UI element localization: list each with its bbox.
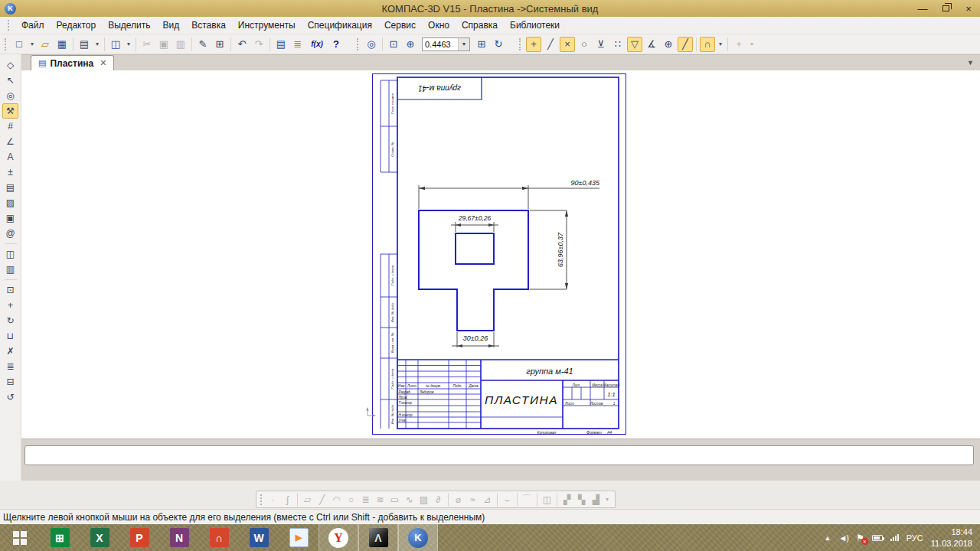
contour-tool[interactable]: ⊿ xyxy=(480,492,495,507)
menu-tools[interactable]: Инструменты xyxy=(232,18,302,33)
menu-editor[interactable]: Редактор xyxy=(51,18,103,33)
taskbar-excel[interactable]: X xyxy=(80,524,119,551)
pan-tool-button[interactable]: + xyxy=(2,298,18,313)
action-center-flag-icon[interactable]: ⚑✕ xyxy=(856,533,864,543)
print-preview-dropdown[interactable]: ▾ xyxy=(125,37,132,52)
hyperlink-button[interactable]: @ xyxy=(2,226,18,241)
rotate-view-button[interactable]: ↻ xyxy=(2,313,18,328)
fillet-tool[interactable]: ⌒ xyxy=(520,492,534,507)
segment-tool[interactable]: ╱ xyxy=(315,492,329,507)
save-button[interactable]: ▦ xyxy=(54,37,70,52)
snap-align-button[interactable]: ⊻ xyxy=(593,37,609,52)
battery-icon[interactable] xyxy=(872,535,883,541)
fx-button[interactable]: f(x) xyxy=(307,37,327,52)
circle-tool[interactable]: ○ xyxy=(344,492,358,507)
copy-object-tool[interactable]: ◫ xyxy=(540,492,554,507)
taskbar-apm[interactable]: Λ xyxy=(358,524,398,551)
current-scale-input[interactable] xyxy=(423,40,458,49)
menu-select[interactable]: Выделить xyxy=(102,18,156,33)
document-layout-button[interactable]: ⊞ xyxy=(474,37,489,52)
taskbar-word[interactable]: W xyxy=(239,524,279,551)
snap-intersection-button[interactable]: × xyxy=(560,37,575,52)
curve-tool[interactable]: ∿ xyxy=(402,492,416,507)
language-indicator[interactable]: РУС xyxy=(906,533,923,543)
taskbar-kompas[interactable]: K xyxy=(398,524,438,551)
taskbar-clock[interactable]: 18:44 11.03.2018 xyxy=(931,527,972,549)
taskbar-groove[interactable]: ∩ xyxy=(199,524,239,551)
whats-this-button[interactable]: ? xyxy=(328,37,344,52)
volume-icon[interactable]: ◄) xyxy=(838,533,848,543)
tab-overflow-dropdown[interactable]: ▼ xyxy=(967,59,974,67)
copy-button[interactable]: ▣ xyxy=(156,37,172,52)
highlight-tool-button[interactable]: ⚒ xyxy=(2,103,18,119)
local-snap-dropdown[interactable]: ▾ xyxy=(748,37,756,52)
print-dropdown[interactable]: ▾ xyxy=(93,37,101,52)
print-button[interactable]: ▤ xyxy=(77,37,92,52)
tab-close-icon[interactable]: ✕ xyxy=(100,58,106,68)
menu-view[interactable]: Вид xyxy=(157,18,186,33)
open-fragment-tool[interactable]: ▱ xyxy=(300,492,315,507)
taskbar-yandex[interactable]: Y xyxy=(318,524,358,551)
mirror-tool[interactable]: ▞ xyxy=(560,492,574,507)
menu-help[interactable]: Справка xyxy=(456,18,504,33)
more-tools-button[interactable]: ▾ xyxy=(603,492,611,507)
close-button[interactable]: × xyxy=(957,0,980,17)
library-button[interactable]: ▨ xyxy=(2,195,18,210)
cut-button[interactable]: ✂ xyxy=(139,37,155,52)
rectangle-tool[interactable]: ▭ xyxy=(387,492,402,507)
ortho-toggle-button[interactable]: ∠ xyxy=(2,134,18,149)
tab-plastina[interactable]: ▤ Пластина ✕ xyxy=(31,55,114,70)
refresh-view-button[interactable]: ↺ xyxy=(2,390,18,405)
undo-button[interactable]: ↶ xyxy=(234,37,250,52)
snaps-toggle-button[interactable]: ∩ xyxy=(700,37,715,52)
select-tool-button[interactable]: ↖ xyxy=(2,73,18,88)
menu-service[interactable]: Сервис xyxy=(378,18,422,33)
new-document-dropdown[interactable]: ▾ xyxy=(28,37,36,52)
drawing-canvas[interactable]: Перв. примен. Справ. № Подп. и дата Инв.… xyxy=(21,70,980,439)
tolerance-tool-button[interactable]: ± xyxy=(2,165,18,180)
grid-toggle-button[interactable]: # xyxy=(2,119,18,134)
restore-button[interactable] xyxy=(934,0,957,17)
variables-button[interactable]: ≣ xyxy=(290,37,305,52)
zoom-in-out-button[interactable]: ⊕ xyxy=(403,37,418,52)
tray-expand-icon[interactable]: ▲ xyxy=(824,534,831,542)
snaps-dropdown[interactable]: ▾ xyxy=(717,37,724,52)
plate-outline[interactable] xyxy=(419,210,528,331)
insert-view-button[interactable]: ⊟ xyxy=(2,374,18,390)
snap-midpoint-button[interactable]: ╱ xyxy=(543,37,558,52)
layers-button[interactable]: ▤ xyxy=(2,180,18,195)
start-button[interactable] xyxy=(0,524,40,551)
zoom-frame-button[interactable]: ⊡ xyxy=(386,37,401,52)
menu-insert[interactable]: Вставка xyxy=(185,18,232,33)
multiline-tool[interactable]: ≣ xyxy=(358,492,373,507)
diameter-tool[interactable]: ⌀ xyxy=(451,492,466,507)
function-tool[interactable]: ∂ xyxy=(431,492,446,507)
snap-point-on-curve-button[interactable]: ╱ xyxy=(678,37,693,52)
arc-tool[interactable]: ◠ xyxy=(329,492,344,507)
paste-button[interactable]: ▥ xyxy=(173,37,188,52)
catalog-button[interactable]: ▣ xyxy=(2,210,18,226)
array-tool[interactable]: ▚ xyxy=(574,492,589,507)
snap-tangent-button[interactable]: ⊕ xyxy=(661,37,676,52)
properties-table-button[interactable]: ⊞ xyxy=(212,37,227,52)
local-snap-button[interactable]: + xyxy=(731,37,746,52)
hatch-tool[interactable]: ▨ xyxy=(416,492,431,507)
menu-file[interactable]: Файл xyxy=(15,18,51,33)
snap-angular-button[interactable]: ∡ xyxy=(644,37,659,52)
taskbar-mediaplayer[interactable]: ▶ xyxy=(279,524,318,551)
snap-nearest-point-button[interactable]: + xyxy=(526,37,541,52)
text-tool-button[interactable]: A xyxy=(2,149,18,165)
drawing-sheet[interactable]: Перв. примен. Справ. № Подп. и дата Инв.… xyxy=(363,73,626,435)
property-message-field[interactable] xyxy=(24,445,974,465)
spline-tool[interactable]: ʃ xyxy=(280,492,295,507)
copy-properties-button[interactable]: ✎ xyxy=(195,37,211,52)
shape-display-button[interactable]: ⊔ xyxy=(2,328,18,344)
zoom-frame-tool-button[interactable]: ⊡ xyxy=(2,282,18,298)
measure-tool-button[interactable]: ◇ xyxy=(2,57,18,73)
refresh-image-button[interactable]: ↻ xyxy=(491,37,506,52)
scale-dropdown-button[interactable]: ▾ xyxy=(458,38,469,51)
taskbar-onenote[interactable]: N xyxy=(159,524,199,551)
object-list-button[interactable]: ≣ xyxy=(2,359,18,374)
redo-button[interactable]: ↷ xyxy=(251,37,266,52)
taskbar-powerpoint[interactable]: P xyxy=(119,524,159,551)
